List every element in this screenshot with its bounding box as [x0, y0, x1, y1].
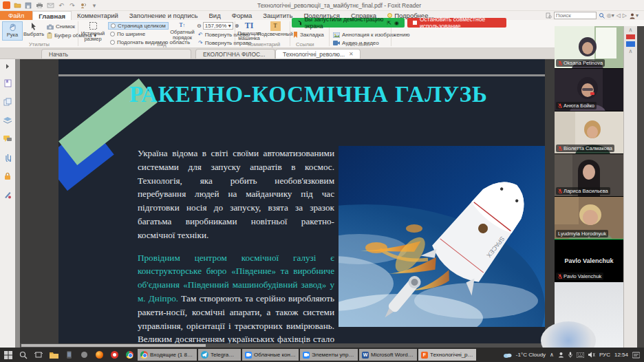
shield-icon[interactable]: ◉ [394, 20, 399, 26]
bookmark-button[interactable]: Закладка [293, 31, 324, 39]
print-icon[interactable] [35, 1, 43, 9]
redo-icon[interactable]: ↷ [68, 1, 76, 9]
firefox-icon[interactable] [92, 349, 106, 361]
actual-size-button[interactable]: Истинный размер [80, 21, 105, 41]
video-conference-panel: Oksana Petinova Анюта Бойко Віолетта Сал… [555, 26, 644, 348]
phone-app-icon[interactable] [62, 349, 76, 361]
task-view-icon[interactable] [32, 349, 45, 361]
participant-tile[interactable]: Лариса Васильєва [555, 154, 623, 197]
mic-tray-icon[interactable] [568, 352, 572, 358]
pinned-app-icon[interactable] [77, 349, 91, 361]
fit-width-option[interactable]: По ширине [108, 30, 147, 38]
opera-icon[interactable] [107, 349, 121, 361]
account-icon[interactable]: ▾ [629, 12, 638, 19]
doc-tab-start[interactable]: Начать [41, 49, 191, 58]
layers-panel-icon[interactable] [3, 116, 12, 125]
scroll-up-icon[interactable]: ∧ [629, 28, 633, 32]
tab-file[interactable]: Файл [0, 11, 32, 20]
foxit-logo-icon [3, 1, 10, 9]
security-panel-icon[interactable] [3, 171, 12, 180]
taskbar-button-telegram[interactable]: Telegram (424) [198, 349, 241, 361]
close-tab-icon[interactable]: ✕ [349, 51, 354, 57]
quick-access-customize-icon[interactable]: ▾ [90, 1, 98, 9]
rotate-right-icon: ↷ [198, 40, 203, 46]
fit-page-option[interactable]: Страница целиком [108, 22, 169, 30]
tab-comment[interactable]: Комментарий [72, 11, 124, 20]
taskbar-search-icon[interactable] [17, 349, 30, 361]
image-annotation-button[interactable]: Аннотация к изображению [333, 31, 409, 39]
share-tool-icon[interactable] [79, 1, 87, 9]
taskbar-button-foxit[interactable]: FТехнологічні_револ... [418, 349, 476, 361]
group-label-insert: Вставка [350, 41, 369, 47]
bookmarks-panel-icon[interactable] [3, 78, 12, 87]
pdf-canvas[interactable]: РАКЕТНО-КОСМІЧНА ГАЛУЗЬ Україна відома в… [20, 59, 555, 348]
search-magnifier-icon[interactable] [599, 12, 605, 19]
scrollbar-thumb[interactable] [21, 344, 206, 347]
email-icon[interactable] [46, 1, 54, 9]
participant-tile[interactable]: Oksana Petinova [555, 26, 623, 69]
participant-tile-speaking[interactable]: Lyudmyla Horodnyuk [555, 197, 623, 239]
search-input[interactable] [554, 12, 597, 19]
reverse-order-button[interactable]: T↑ Обратный порядок [171, 21, 194, 41]
zoom-out-icon[interactable]: ⊖ [197, 23, 202, 29]
panel-scrollbar[interactable]: ∧ ∧ [623, 26, 637, 348]
rocket-image: SPACEX [339, 146, 545, 327]
stop-share-button[interactable]: Остановить совместное использование [407, 18, 506, 28]
find-icon[interactable] [546, 12, 552, 19]
chrome-icon[interactable] [122, 349, 136, 361]
taskbar-button-zoom-controls[interactable]: Элементы управлен... [300, 349, 358, 361]
tab-home[interactable]: Главная [32, 11, 72, 20]
taskbar-button-zoom-conference[interactable]: Облачные конфере... [242, 349, 299, 361]
prev-result-icon[interactable]: ◁ [616, 12, 621, 19]
camera-icon [47, 24, 54, 30]
keyboard-tray-icon[interactable] [577, 352, 584, 358]
sidebar-expand-icon[interactable] [3, 63, 12, 69]
typewriter-icon: TI [244, 21, 255, 30]
signature-panel-icon[interactable] [3, 190, 12, 199]
doc-tab-tech[interactable]: Технологічні_револю...✕ [275, 49, 361, 58]
start-button[interactable] [1, 349, 15, 361]
volume-tray-icon[interactable] [588, 352, 595, 358]
weather-text[interactable]: -1°C Cloudy [516, 352, 546, 358]
pages-panel-icon[interactable] [3, 97, 12, 106]
sidebar-divider[interactable] [15, 59, 20, 348]
participant-tile[interactable]: Анюта Бойко [555, 69, 623, 111]
open-file-icon[interactable] [13, 1, 21, 9]
scroll-up-icon[interactable]: ∧ [629, 49, 633, 54]
hand-tool-button[interactable]: Рука [2, 21, 23, 41]
image-annotation-icon [333, 32, 340, 38]
next-result-icon[interactable]: ▷ [623, 12, 627, 19]
zoom-level-field[interactable]: 157,96%▾ [203, 22, 233, 30]
snapshot-button[interactable]: Снимок [47, 23, 75, 30]
tab-view[interactable]: Вид [204, 11, 226, 20]
phone-icon [297, 20, 301, 25]
doc-tab-eco[interactable]: ЕКОЛОГІЧНА ФІЛОС... [195, 49, 275, 58]
participant-tile-no-video[interactable]: Pavlo Valenchuk Pavlo Valenchuk [555, 239, 623, 282]
participant-tile[interactable]: Віолетта Салмакова [555, 111, 623, 154]
undo-icon[interactable]: ↶ [57, 1, 65, 9]
participant-name-label: Pavlo Valenchuk [556, 273, 603, 280]
pin-icon[interactable]: ⇱ [387, 20, 391, 26]
tray-expand-icon[interactable]: ∧ [550, 352, 554, 358]
clock[interactable]: 12:54 [614, 352, 628, 358]
taskbar-button-chrome-inbox[interactable]: Входящие (1 888) - ... [138, 349, 197, 361]
slide-paragraph-1: Україна відома в світі своїми автоматизо… [138, 147, 334, 242]
tab-fill-sign[interactable]: Заполнение и подпись [124, 11, 204, 20]
taskbar-button-word[interactable]: WMicrosoft Word Doc... [359, 349, 417, 361]
comments-panel-icon[interactable] [3, 134, 12, 143]
highlight-button[interactable]: T Подсвеченный [263, 21, 288, 41]
tab-form[interactable]: Форма [226, 11, 258, 20]
save-icon[interactable] [24, 1, 32, 9]
audio-video-icon [333, 41, 340, 45]
panel-edge [637, 26, 644, 348]
people-tray-icon[interactable] [558, 352, 564, 358]
slide-page: РАКЕТНО-КОСМІЧНА ГАЛУЗЬ Україна відома в… [58, 76, 545, 348]
file-explorer-icon[interactable] [47, 349, 61, 361]
screen-share-banner: Вы запустили демонстрацию экрана ⇱ ◉ [292, 18, 405, 28]
select-tool-button[interactable]: Выбрать [23, 21, 44, 41]
search-options-icon[interactable]: ◎▾ [607, 12, 614, 19]
language-indicator[interactable]: РУС [599, 352, 610, 358]
attachments-panel-icon[interactable] [3, 153, 12, 162]
notification-center-icon[interactable] [632, 352, 640, 359]
cursor-icon [29, 21, 39, 31]
